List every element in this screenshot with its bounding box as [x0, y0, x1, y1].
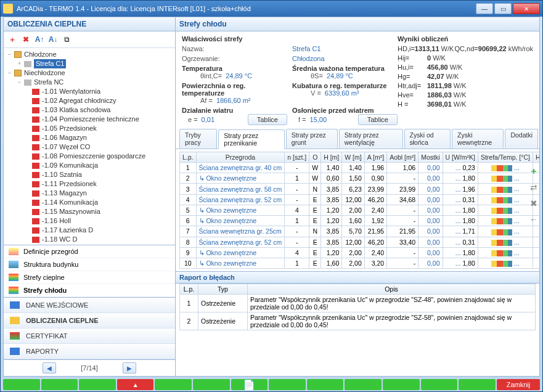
table-row[interactable]: 10↳ Okno zewnętrzne1E1,602,003,20-0,00..…	[180, 258, 541, 268]
table-row[interactable]: 1Ściana zewnętrzna gr. 40 cm-W1,401,401,…	[180, 163, 541, 173]
nav-sections: DANE WEJŚCIOWE OBLICZENIA CIEPLNE CERTYF…	[4, 297, 175, 359]
add-row-icon[interactable]: ＋	[528, 165, 540, 178]
status-bar: ▲ 📄 Zamknij	[3, 379, 540, 390]
nav-certificate[interactable]: CERTYFIKAT	[4, 329, 175, 344]
tree-item-selected[interactable]: Strefa C1	[34, 59, 66, 68]
tree-group[interactable]: Niechłodzone	[24, 68, 65, 78]
report-row[interactable]: 1OstrzeżenieParametr "Współczynnik przen…	[180, 295, 536, 312]
page-indicator: [7/14]	[81, 364, 98, 372]
temp-value[interactable]: 24,89 °C	[226, 72, 252, 80]
tab-solar[interactable]: Zyski od słońca	[404, 129, 451, 149]
table-row[interactable]: 2↳ Okno zewnętrzne1W0,601,500,90-0,00...…	[180, 173, 541, 184]
tree-item[interactable]: -1.11 Przedsionek	[5, 179, 174, 189]
tree-item[interactable]: -1.19 Łazienka M	[5, 244, 174, 245]
nav-reports[interactable]: RAPORTY	[4, 344, 175, 359]
tree-item[interactable]: -1.02 Agregat chłodniczy	[5, 96, 174, 105]
close-button[interactable]: ✕	[513, 3, 540, 14]
table-row[interactable]: 9↳ Okno zewnętrzne4E1,202,002,40-0,00...…	[180, 247, 541, 258]
window-title: ArCADia - TERMO 1.4 - Licencja dla: Lice…	[17, 5, 251, 12]
table-row[interactable]: 3Ściana zewnętrzna gr. 58 cm-N3,856,2323…	[180, 184, 541, 194]
wind-value[interactable]: 0,01	[202, 116, 214, 123]
tree-group[interactable]: Chłodzone	[24, 50, 57, 59]
left-lists: Definicje przegród Struktura budynku Str…	[4, 245, 175, 297]
area-value: 1866,60 m²	[216, 97, 251, 104]
tab-extras[interactable]: Dodatki	[505, 129, 538, 149]
status-close-button[interactable]: Zamknij	[497, 379, 540, 390]
tree-item[interactable]: -1.10 Szatnia	[5, 170, 174, 179]
table-row[interactable]: 6↳ Okno zewnętrzne1E1,201,601,92-0,00...…	[180, 216, 541, 226]
loss-tabs: Tryby pracy Straty przez przenikanie Str…	[176, 129, 539, 149]
delete-row-icon[interactable]: ✖	[528, 197, 540, 210]
tab-modes[interactable]: Tryby pracy	[179, 129, 217, 149]
font-dec-icon[interactable]: A↓	[47, 33, 59, 46]
next-page-button[interactable]: ▶	[123, 362, 136, 374]
tree-item[interactable]: -1.04 Pomieszczenie techniczne	[5, 115, 174, 124]
status-warning-icon[interactable]: ▲	[117, 379, 154, 390]
vol-value: 6339,60 m³	[325, 89, 359, 97]
prev-page-button[interactable]: ◀	[43, 362, 56, 374]
left-panel-title: OBLICZENIA CIEPLNE	[4, 17, 175, 31]
tree-item[interactable]: -1.07 Węzeł CO	[5, 142, 174, 152]
nav-input-data[interactable]: DANE WEJŚCIOWE	[4, 298, 175, 313]
swap-icon[interactable]: ⇄	[528, 181, 540, 194]
tree-item[interactable]: -1.16 Holl	[5, 216, 174, 226]
zone-tree[interactable]: −Chłodzone +Strefa C1 −Niechłodzone −Str…	[4, 48, 175, 245]
tree-item[interactable]: -1.01 Wentylatornia	[5, 87, 174, 96]
right-panel-title: Strefy chłodu	[176, 17, 539, 31]
table-row[interactable]: 8Ściana zewnętrzna gr. 52 cm-E3,8512,004…	[180, 237, 541, 247]
tree-item[interactable]: -1.13 Magazyn	[5, 189, 174, 198]
tree-item[interactable]: -1.18 WC D	[5, 235, 174, 244]
app-icon	[3, 4, 13, 14]
tab-ground[interactable]: Straty przez grunt	[286, 129, 338, 149]
tab-ventilation[interactable]: Straty przez wentylację	[339, 129, 403, 149]
list-definitions[interactable]: Definicje przegród	[4, 245, 175, 258]
table-row[interactable]: 4Ściana zewnętrzna gr. 52 cm-E3,8512,004…	[180, 194, 541, 205]
delete-icon[interactable]: ✖	[20, 33, 32, 46]
add-icon[interactable]: ＋	[6, 33, 18, 46]
wind-tables-button[interactable]: Tablice	[248, 114, 287, 125]
tree-item[interactable]: -1.15 Maszynownia	[5, 207, 174, 216]
nav-heat-calc[interactable]: OBLICZENIA CIEPLNE	[4, 313, 175, 329]
tree-item[interactable]: Strefa NC	[34, 78, 63, 87]
tree-item[interactable]: -1.09 Komunikacja	[5, 161, 174, 170]
tree-item[interactable]: -1.17 Łazienka D	[5, 226, 174, 235]
report-row[interactable]: 2OstrzeżenieParametr "Współczynnik przen…	[180, 312, 536, 330]
avg-temp-value: 24,89 °C	[327, 72, 353, 80]
back-icon[interactable]: ←	[528, 213, 540, 226]
shade-value[interactable]: 15,00	[310, 116, 327, 123]
table-row[interactable]: 5↳ Okno zewnętrzne4E1,202,002,40-0,00...…	[180, 205, 541, 215]
report-title: Raport o błędach	[176, 271, 539, 284]
tree-item[interactable]: -1.14 Komunikacja	[5, 198, 174, 207]
tree-item[interactable]: -1.05 Przedsionek	[5, 124, 174, 133]
tab-internal[interactable]: Zyski wewnętrzne	[452, 129, 504, 149]
list-structure[interactable]: Struktura budynku	[4, 258, 175, 271]
results-panel: Wyniki obliczeń HD,i=1313,11W/K QC,nd=90…	[398, 35, 533, 125]
partitions-table[interactable]: L.p. Przegroda n [szt.] O H [m] W [m] A …	[179, 152, 540, 269]
copy-icon[interactable]: ⧉	[60, 33, 73, 46]
error-report-table[interactable]: L.p. Typ Opis 1OstrzeżenieParametr "Wspó…	[179, 284, 536, 330]
left-toolbar: ＋ ✖ A↑ A↓ ⧉	[4, 31, 175, 48]
table-row[interactable]: 7Ściana wewnętrzna gr. 25cm-N3,855,7021,…	[180, 226, 541, 237]
shade-tables-button[interactable]: Tablice	[358, 114, 398, 125]
maximize-button[interactable]: ▭	[494, 3, 512, 14]
tree-item[interactable]: -1.03 Klatka schodowa	[5, 105, 174, 115]
tree-item[interactable]: -1.08 Pomieszczenie gospodarcze	[5, 152, 174, 161]
font-inc-icon[interactable]: A↑	[33, 33, 46, 46]
list-heat-zones[interactable]: Strefy cieplne	[4, 271, 175, 284]
minimize-button[interactable]: —	[476, 3, 493, 14]
list-cool-zones[interactable]: Strefy chłodu	[4, 284, 175, 297]
heating-value[interactable]: Chłodzona	[292, 55, 325, 62]
tree-item[interactable]: -1.06 Magazyn	[5, 133, 174, 142]
props-title: Właściwości strefy	[182, 35, 398, 43]
zone-name[interactable]: Strefa C1	[292, 45, 320, 52]
titlebar: ArCADia - TERMO 1.4 - Licencja dla: Lice…	[1, 1, 542, 17]
tab-transmission[interactable]: Straty przez przenikanie	[218, 129, 285, 149]
